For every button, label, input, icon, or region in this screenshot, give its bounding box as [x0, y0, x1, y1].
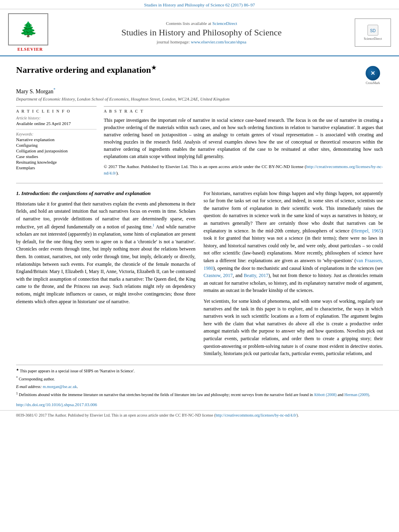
footnote-email: E-mail address: m.morgan@lse.ac.uk.: [16, 384, 383, 390]
article-title-row: Narrative ordering and explanation★ ✕ Cr…: [16, 64, 383, 85]
footnote-asterisk-marker: *: [16, 376, 18, 380]
keyword-resituating: Resituating knowledge: [16, 160, 97, 164]
author-sup: *: [53, 87, 56, 92]
sciencedirect-link[interactable]: ScienceDirect: [212, 21, 237, 26]
tree-icon: 🌲: [19, 22, 37, 37]
svg-text:SD: SD: [370, 29, 376, 33]
herman-ref[interactable]: Herman (2009): [344, 393, 369, 397]
elsevier-label: ELSEVIER: [8, 47, 52, 51]
article-info-title: A R T I C L E I N F O: [16, 109, 97, 113]
article-author: Mary S. Morgan*: [16, 87, 383, 95]
section1-title: 1. Introduction: the conjunctions of nar…: [16, 190, 195, 197]
abstract-col: A B S T R A C T This paper investigates …: [104, 106, 383, 177]
homepage-url[interactable]: www.elsevier.com/locate/shpsa: [191, 39, 246, 44]
article-available-online: Available online 25 April 2017: [16, 121, 97, 126]
main-col-left: 1. Introduction: the conjunctions of nar…: [16, 190, 195, 361]
homepage-label: journal homepage:: [157, 39, 191, 44]
footnote-1-marker: 1: [16, 392, 18, 395]
footnote-ref-1[interactable]: 1: [152, 223, 154, 227]
author-email-link[interactable]: m.morgan@lse.ac.uk: [43, 384, 77, 389]
article-info-abstract: A R T I C L E I N F O Article history: A…: [16, 106, 383, 177]
section1-right-para2: Yet scientists, for some kinds of phenom…: [204, 298, 383, 357]
keyword-narrative-explanation: Narrative explanation: [16, 137, 97, 142]
article-history-label: Article history:: [16, 116, 97, 120]
footnote-1: 1 Definitions abound within the immense …: [16, 391, 383, 398]
journal-homepage: journal homepage: www.elsevier.com/locat…: [52, 39, 351, 44]
article-info-col: A R T I C L E I N F O Article history: A…: [16, 106, 97, 177]
beatty-ref[interactable]: Beatty, 2017: [244, 273, 268, 278]
copyright-text: © 2017 The Author. Published by Elsevier…: [104, 163, 383, 177]
keyword-exemplars: Exemplars: [16, 165, 97, 170]
journal-header: 🌲 ELSEVIER Contents lists available at S…: [0, 9, 399, 56]
bottom-bar: 0039-3681/© 2017 The Author. Published b…: [0, 410, 399, 420]
footnote-star-marker: ★: [16, 368, 19, 372]
keyword-case-studies: Case studies: [16, 154, 97, 159]
right-box-label: ScienceDirect: [364, 37, 382, 41]
abstract-title: A B S T R A C T: [104, 109, 383, 113]
journal-citation-bar: Studies in History and Philosophy of Sci…: [0, 0, 399, 9]
section-divider: [16, 183, 383, 183]
keyword-configuring: Configuring: [16, 143, 97, 148]
journal-title: Studies in History and Philosophy of Sci…: [52, 27, 351, 38]
journal-citation-text: Studies in History and Philosophy of Sci…: [144, 2, 255, 7]
footnote-star: ★ This paper appears in a special issue …: [16, 368, 383, 374]
crasnow-ref[interactable]: Crasnow, 2017: [204, 273, 233, 278]
journal-logo-left: 🌲 ELSEVIER: [8, 13, 52, 51]
keywords-label: Keywords:: [16, 132, 97, 136]
journal-logo-right: SD ScienceDirect: [351, 18, 391, 47]
keywords-section: Keywords: Narrative explanation Configur…: [16, 129, 97, 170]
hempel-ref[interactable]: Hempel, 1965: [353, 228, 381, 234]
footnote-section: ★ This paper appears in a special issue …: [16, 365, 383, 398]
fraassen-ref[interactable]: van Fraassen, 1980: [204, 258, 383, 271]
doi-link[interactable]: http://dx.doi.org/10.1016/j.shpsa.2017.0…: [16, 402, 97, 407]
section1-right-para1: For historians, narratives explain how t…: [204, 190, 383, 294]
abstract-text: This paper investigates the important ro…: [104, 117, 383, 160]
title-star-icon: ★: [151, 65, 156, 71]
footnote-corresponding: * Corresponding author.: [16, 376, 383, 382]
bottom-license-link[interactable]: http://creativecommons.org/licenses/by-n…: [216, 413, 296, 417]
crossmark-badge[interactable]: ✕ CrossMark: [363, 66, 383, 85]
elsevier-logo-box: 🌲: [8, 13, 48, 45]
contents-line: Contents lists available at ScienceDirec…: [52, 21, 351, 26]
doi-line: http://dx.doi.org/10.1016/j.shpsa.2017.0…: [0, 400, 399, 408]
contents-label: Contents lists available at: [166, 21, 212, 26]
article-section: Narrative ordering and explanation★ ✕ Cr…: [0, 56, 399, 177]
sciencedirect-icon: SD: [367, 24, 379, 36]
email-label: E-mail address:: [16, 384, 42, 389]
main-col-right: For historians, narratives explain how t…: [204, 190, 383, 361]
abbott-ref[interactable]: Abbott (2008): [314, 393, 337, 397]
right-logo-box: SD ScienceDirect: [355, 18, 391, 47]
crossmark-text: CrossMark: [366, 81, 380, 85]
main-content: 1. Introduction: the conjunctions of nar…: [0, 190, 399, 361]
journal-center-block: Contents lists available at ScienceDirec…: [52, 21, 351, 44]
article-affiliation: Department of Economic History, London S…: [16, 97, 383, 101]
article-title: Narrative ordering and explanation★: [16, 64, 363, 75]
crossmark-logo: ✕: [366, 66, 380, 80]
section1-left-para1: Historians take it for granted that thei…: [16, 200, 195, 305]
keyword-colligation: Colligation and juxtaposition: [16, 148, 97, 153]
